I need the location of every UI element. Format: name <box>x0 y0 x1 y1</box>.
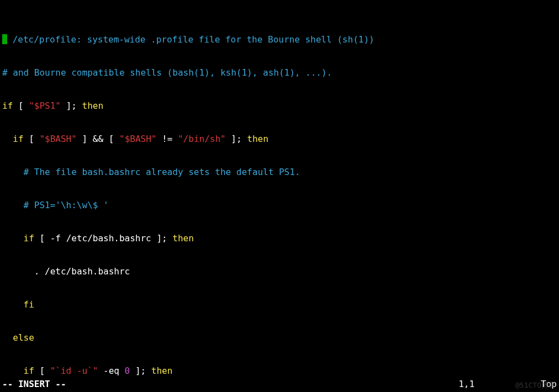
cursor <box>2 34 7 44</box>
watermark: @51CTO博客 <box>515 380 556 391</box>
code-line: # PS1='\h:\w\$ ' <box>2 200 557 211</box>
vim-mode: -- INSERT -- <box>2 379 66 390</box>
code-line: if [ -f /etc/bash.bashrc ]; then <box>2 233 557 244</box>
code-line: # The file bash.bashrc already sets the … <box>2 167 557 178</box>
code-line: if [ "`id -u`" -eq 0 ]; then <box>2 365 557 377</box>
vim-editor[interactable]: /etc/profile: system-wide .profile file … <box>0 0 559 392</box>
code-line: if [ "$PS1" ]; then <box>2 100 557 112</box>
code-line: /etc/profile: system-wide .profile file … <box>2 34 557 45</box>
code-line: if [ "$BASH" ] && [ "$BASH" != "/bin/sh"… <box>2 134 557 145</box>
code-line: # and Bourne compatible shells (bash(1),… <box>2 67 557 78</box>
code-line: else <box>2 332 557 343</box>
vim-status-bar: -- INSERT -- 1,1 Top <box>2 379 557 390</box>
code-line: . /etc/bash.bashrc <box>2 266 557 277</box>
code-line: fi <box>2 299 557 310</box>
